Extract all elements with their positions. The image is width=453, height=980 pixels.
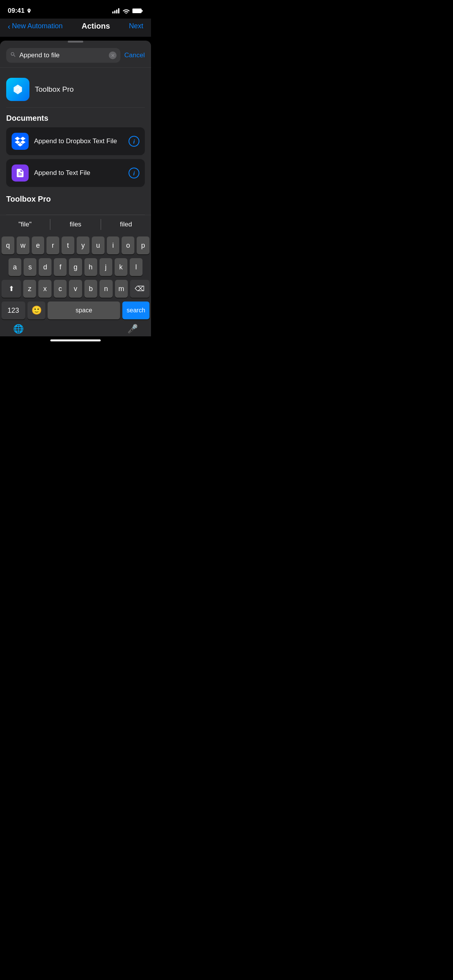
location-icon — [26, 8, 32, 14]
toolbox-pro-icon — [6, 78, 29, 101]
key-shift[interactable]: ⬆ — [2, 280, 21, 298]
back-label: New Automation — [12, 22, 63, 30]
svg-rect-0 — [112, 12, 113, 14]
key-search[interactable]: search — [122, 302, 149, 319]
home-bar — [50, 339, 101, 341]
app-row: Toolbox Pro — [6, 74, 145, 108]
key-q[interactable]: q — [2, 236, 14, 254]
autocomplete-file-quoted[interactable]: "file" — [0, 215, 50, 233]
key-r[interactable]: r — [46, 236, 59, 254]
key-s[interactable]: s — [24, 258, 36, 276]
svg-rect-3 — [118, 8, 119, 13]
toolbox-section: Toolbox Pro — [6, 195, 145, 215]
key-v[interactable]: v — [69, 280, 82, 298]
home-indicator — [0, 336, 151, 343]
action-item-textfile[interactable]: Append to Text File i — [6, 159, 145, 187]
next-button[interactable]: Next — [129, 22, 143, 30]
back-button[interactable]: ‹ New Automation — [8, 22, 63, 30]
app-name-label: Toolbox Pro — [35, 85, 74, 94]
key-l[interactable]: l — [130, 258, 142, 276]
key-k[interactable]: k — [115, 258, 127, 276]
key-n[interactable]: n — [100, 280, 112, 298]
autocomplete-files[interactable]: files — [50, 215, 100, 233]
key-z[interactable]: z — [23, 280, 36, 298]
autocomplete-bar: "file" files filed — [0, 215, 151, 233]
key-a[interactable]: a — [9, 258, 21, 276]
key-space[interactable]: space — [48, 302, 120, 319]
search-input[interactable]: Append to file — [19, 51, 106, 59]
keyboard-row-2: a s d f g h j k l — [2, 258, 149, 276]
key-x[interactable]: x — [38, 280, 51, 298]
keyboard: q w e r t y u i o p a s d f g h j k l ⬆ … — [0, 233, 151, 336]
svg-rect-1 — [114, 10, 115, 14]
key-f[interactable]: f — [54, 258, 67, 276]
key-w[interactable]: w — [17, 236, 29, 254]
nav-header: ‹ New Automation Actions Next — [0, 19, 151, 37]
append-dropbox-info-button[interactable]: i — [129, 136, 139, 147]
back-chevron-icon: ‹ — [8, 22, 10, 30]
append-dropbox-label: Append to Dropbox Text File — [34, 137, 123, 145]
key-i[interactable]: i — [107, 236, 120, 254]
microphone-icon[interactable]: 🎤 — [127, 324, 138, 334]
wifi-icon — [123, 8, 130, 14]
key-emoji[interactable]: 🙂 — [27, 302, 46, 319]
keyboard-row-1: q w e r t y u i o p — [2, 236, 149, 254]
keyboard-row-3: ⬆ z x c v b n m ⌫ — [2, 280, 149, 298]
dropbox-icon — [12, 133, 29, 150]
key-b[interactable]: b — [84, 280, 97, 298]
documents-section-header: Documents — [6, 114, 145, 123]
key-backspace[interactable]: ⌫ — [130, 280, 149, 298]
suggestion-2: filed — [120, 221, 132, 228]
search-clear-button[interactable]: ✕ — [109, 51, 117, 59]
append-textfile-label: Append to Text File — [34, 169, 123, 177]
svg-rect-4 — [132, 9, 141, 13]
battery-icon — [132, 8, 143, 14]
key-o[interactable]: o — [122, 236, 134, 254]
keyboard-row-4: 123 🙂 space search — [2, 302, 149, 319]
status-icons — [112, 8, 143, 14]
globe-icon[interactable]: 🌐 — [13, 324, 24, 334]
key-t[interactable]: t — [62, 236, 74, 254]
suggestion-1: files — [70, 221, 81, 228]
results-area: Toolbox Pro Documents Append to Dropbox … — [0, 68, 151, 215]
key-e[interactable]: e — [32, 236, 45, 254]
key-p[interactable]: p — [137, 236, 149, 254]
actions-sheet: Append to file ✕ Cancel Toolbox Pro Docu… — [0, 41, 151, 215]
key-d[interactable]: d — [39, 258, 51, 276]
status-bar: 09:41 — [0, 0, 151, 19]
time-label: 09:41 — [8, 7, 24, 15]
cancel-button[interactable]: Cancel — [124, 51, 145, 59]
search-bar[interactable]: Append to file ✕ — [6, 48, 120, 63]
key-y[interactable]: y — [77, 236, 89, 254]
svg-rect-2 — [116, 10, 117, 14]
textfile-icon — [12, 164, 29, 182]
search-container: Append to file ✕ Cancel — [0, 48, 151, 68]
key-m[interactable]: m — [115, 280, 128, 298]
page-title: Actions — [82, 22, 110, 31]
key-numbers[interactable]: 123 — [2, 302, 25, 319]
signal-icon — [112, 8, 120, 14]
sheet-handle — [68, 41, 83, 43]
status-time: 09:41 — [8, 7, 32, 15]
key-h[interactable]: h — [84, 258, 97, 276]
action-item-dropbox[interactable]: Append to Dropbox Text File i — [6, 127, 145, 155]
svg-rect-5 — [142, 10, 142, 12]
key-g[interactable]: g — [69, 258, 82, 276]
toolbox-section-header: Toolbox Pro — [6, 195, 145, 204]
key-j[interactable]: j — [100, 258, 112, 276]
autocomplete-filed[interactable]: filed — [101, 215, 151, 233]
search-icon — [10, 51, 16, 59]
suggestion-0: "file" — [19, 221, 32, 228]
append-textfile-info-button[interactable]: i — [129, 168, 139, 178]
key-u[interactable]: u — [92, 236, 105, 254]
key-c[interactable]: c — [54, 280, 67, 298]
